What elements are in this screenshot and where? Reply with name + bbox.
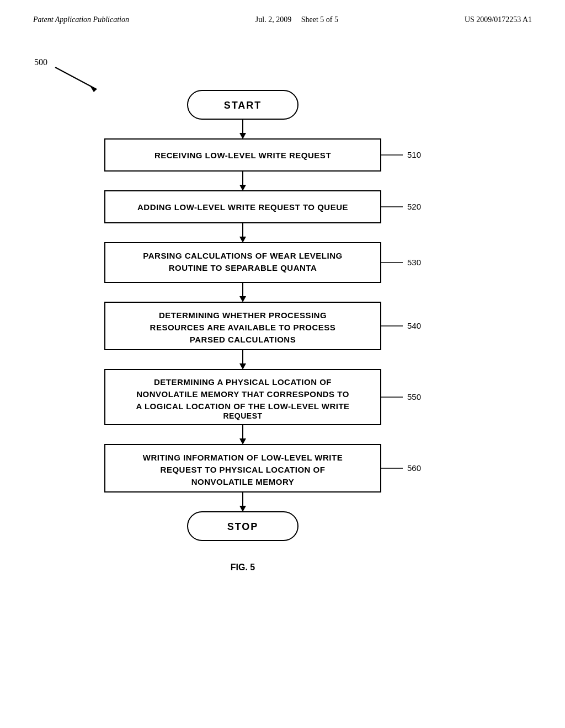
svg-text:A LOGICAL LOCATION OF THE LOW-: A LOGICAL LOCATION OF THE LOW-LEVEL WRIT… (136, 402, 349, 411)
svg-marker-11 (239, 185, 246, 191)
svg-text:NONVOLATILE MEMORY THAT CORRES: NONVOLATILE MEMORY THAT CORRESPONDS TO (136, 389, 349, 399)
svg-text:ADDING LOW-LEVEL WRITE REQUEST: ADDING LOW-LEVEL WRITE REQUEST TO QUEUE (137, 202, 348, 212)
svg-text:PARSED CALCULATIONS: PARSED CALCULATIONS (190, 335, 296, 344)
svg-text:540: 540 (407, 321, 421, 330)
svg-marker-32 (239, 363, 246, 370)
svg-text:510: 510 (407, 150, 421, 159)
svg-text:REQUEST: REQUEST (223, 411, 262, 420)
svg-text:NONVOLATILE MEMORY: NONVOLATILE MEMORY (191, 477, 295, 486)
svg-text:530: 530 (407, 258, 421, 267)
svg-marker-5 (239, 133, 246, 139)
svg-text:STOP: STOP (227, 521, 259, 532)
page-header: Patent Application Publication Jul. 2, 2… (0, 0, 565, 24)
svg-text:REQUEST TO PHYSICAL LOCATION O: REQUEST TO PHYSICAL LOCATION OF (161, 465, 326, 474)
svg-text:RECEIVING LOW-LEVEL WRITE REQU: RECEIVING LOW-LEVEL WRITE REQUEST (154, 151, 331, 160)
svg-marker-24 (239, 296, 246, 302)
header-date: Jul. 2, 2009 (255, 15, 291, 24)
svg-text:520: 520 (407, 202, 421, 211)
svg-text:START: START (224, 100, 262, 111)
svg-rect-18 (105, 243, 381, 282)
header-date-sheet: Jul. 2, 2009 Sheet 5 of 5 (255, 15, 338, 24)
svg-text:PARSING CALCULATIONS OF WEAR L: PARSING CALCULATIONS OF WEAR LEVELING (143, 251, 342, 260)
page: Patent Application Publication Jul. 2, 2… (0, 0, 565, 728)
svg-marker-49 (239, 506, 246, 512)
svg-text:560: 560 (407, 463, 421, 473)
svg-text:DETERMINING A PHYSICAL LOCATIO: DETERMINING A PHYSICAL LOCATION OF (154, 377, 332, 387)
header-sheet: Sheet 5 of 5 (301, 15, 338, 24)
svg-text:550: 550 (407, 392, 421, 402)
svg-marker-17 (239, 237, 246, 243)
svg-text:RESOURCES ARE AVAILABLE TO PRO: RESOURCES ARE AVAILABLE TO PROCESS (150, 323, 336, 332)
svg-text:DETERMINING WHETHER PROCESSING: DETERMINING WHETHER PROCESSING (159, 311, 327, 320)
header-publication-label: Patent Application Publication (33, 15, 129, 24)
diagram-label: 500 (34, 57, 47, 67)
svg-text:WRITING INFORMATION OF LOW-LEV: WRITING INFORMATION OF LOW-LEVEL WRITE (143, 453, 343, 462)
svg-text:ROUTINE TO SEPARABLE QUANTA: ROUTINE TO SEPARABLE QUANTA (169, 263, 317, 272)
svg-marker-41 (239, 438, 246, 445)
svg-text:FIG. 5: FIG. 5 (231, 563, 255, 572)
header-patent-number: US 2009/0172253 A1 (465, 15, 532, 24)
